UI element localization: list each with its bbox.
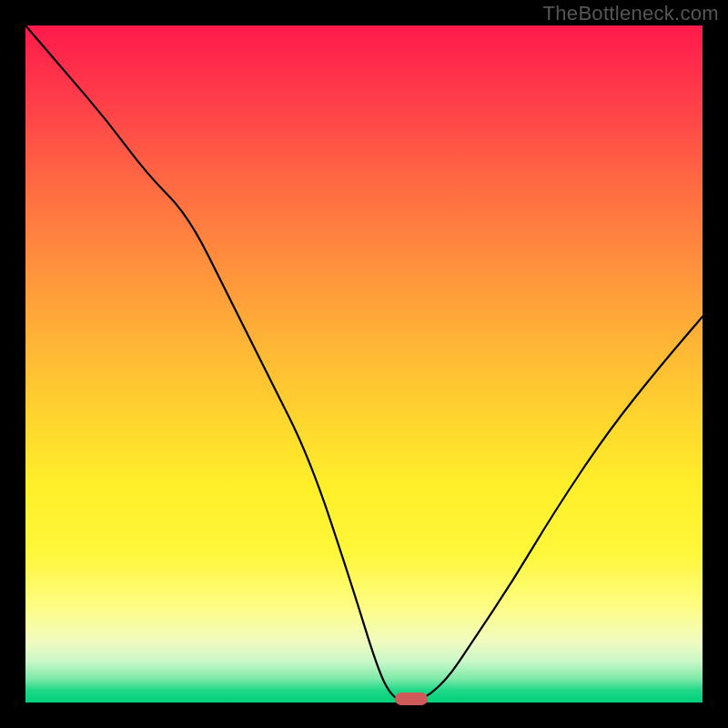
curve-path bbox=[25, 25, 703, 703]
watermark-text: TheBottleneck.com bbox=[543, 2, 719, 25]
plot-area bbox=[25, 25, 703, 703]
optimum-marker bbox=[395, 693, 428, 705]
bottleneck-curve bbox=[25, 25, 703, 703]
chart-frame: TheBottleneck.com bbox=[0, 0, 728, 728]
